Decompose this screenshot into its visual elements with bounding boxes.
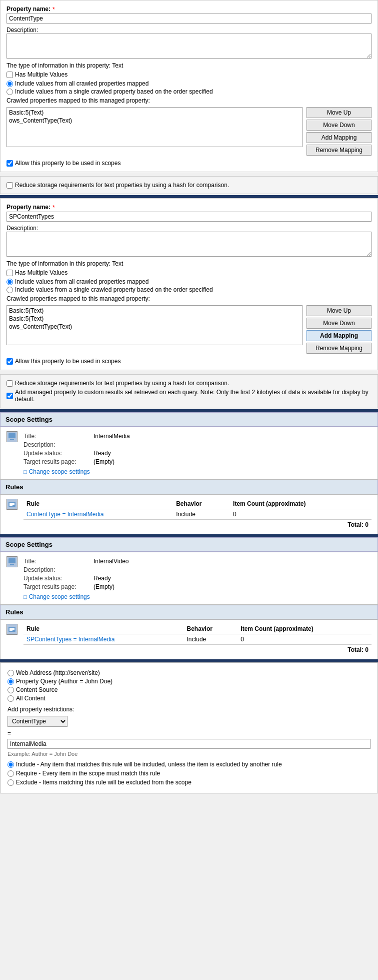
example-text: Example: Author = John Doe	[8, 751, 370, 757]
scope-settings-title-2: Scope Settings	[6, 541, 52, 548]
svg-rect-1	[10, 439, 14, 440]
scope-target-row-2: Target results page: (Empty)	[24, 583, 372, 590]
radio-web[interactable]	[8, 670, 14, 676]
behavior-2: Include	[184, 634, 238, 645]
total-row-2: Total: 0	[24, 644, 372, 655]
value-input[interactable]	[8, 739, 370, 749]
has-multiple-values-label-2: Has Multiple Values	[15, 269, 68, 276]
scope-icon-1	[6, 431, 18, 442]
reduce-storage-row-1: Reduce storage requirements for text pro…	[6, 182, 372, 189]
radio-single-crawled-2[interactable]	[6, 287, 13, 293]
list-item-basic5-2b[interactable]: Basic:5(Text)	[8, 315, 301, 323]
radio-content[interactable]	[8, 687, 14, 693]
radio-all-crawled-2[interactable]	[6, 279, 13, 285]
table-row: ContentType = InternalMedia Include 0	[24, 509, 372, 520]
col-behavior-2: Behavior	[184, 624, 238, 634]
add-managed-prop-label: Add managed property to custom results s…	[15, 389, 372, 403]
scope-target-value-1: (Empty)	[94, 458, 372, 465]
radio-all-crawled-label-1: Include values from all crawled properti…	[15, 80, 148, 87]
crawled-listbox-1[interactable]: Basic:5(Text) ows_ContentType(Text)	[6, 107, 302, 147]
crawled-listbox-2[interactable]: Basic:5(Text) Basic:5(Text) ows_ContentT…	[6, 305, 302, 345]
scope-desc-row-1: Description:	[24, 441, 372, 448]
add-managed-prop-checkbox[interactable]	[6, 393, 13, 399]
expand-icon-2: □	[24, 594, 27, 600]
property-name-input-2[interactable]	[6, 212, 372, 222]
scope-desc-label-2: Description:	[24, 566, 94, 573]
radio-property-row: Property Query (Author = John Doe)	[8, 678, 370, 685]
scope-status-row-1: Update status: Ready	[24, 450, 372, 457]
allow-scope-checkbox-1[interactable]	[6, 160, 13, 167]
description-label-2: Description:	[6, 225, 38, 232]
has-multiple-values-checkbox-1[interactable]	[6, 72, 13, 78]
change-scope-link-1[interactable]: Change scope settings	[29, 468, 90, 475]
scope-title-label-2: Title:	[24, 558, 94, 565]
rule-link-1[interactable]: ContentType = InternalMedia	[26, 511, 104, 518]
list-item-basic5-1[interactable]: Basic:5(Text)	[8, 109, 301, 117]
radio-all-crawled-label-2: Include values from all crawled properti…	[15, 278, 148, 285]
svg-rect-10	[10, 629, 14, 630]
add-rule-section: Web Address (http://server/site) Propert…	[0, 662, 378, 793]
description-label-1: Description:	[6, 27, 38, 34]
radio-all[interactable]	[8, 695, 14, 702]
col-item-count-1: Item Count (approximate)	[230, 499, 372, 509]
scope-target-value-2: (Empty)	[94, 583, 372, 590]
radio-property-label: Property Query (Author = John Doe)	[16, 678, 112, 685]
col-rule-1: Rule	[24, 499, 173, 509]
remove-mapping-button-2[interactable]: Remove Mapping	[306, 343, 372, 354]
crawled-section-1: Basic:5(Text) ows_ContentType(Text) Move…	[6, 107, 372, 156]
add-managed-prop-row: Add managed property to custom results s…	[6, 389, 372, 403]
description-textarea-1[interactable]	[6, 34, 372, 59]
move-up-button-2[interactable]: Move Up	[306, 305, 372, 316]
crawled-section-2: Basic:5(Text) Basic:5(Text) ows_ContentT…	[6, 305, 372, 354]
scope-status-label-1: Update status:	[24, 450, 94, 457]
scope-title-value-2: InternalVideo	[94, 558, 372, 565]
change-scope-link-2[interactable]: Change scope settings	[29, 593, 90, 600]
scope-settings-block-1: Scope Settings Title: InternalMedia Desc…	[0, 412, 378, 480]
move-down-button-1[interactable]: Move Down	[306, 120, 372, 131]
property-section-1: Property name: * Description: The type o…	[0, 0, 378, 172]
remove-mapping-button-1[interactable]: Remove Mapping	[306, 145, 372, 156]
radio-content-label: Content Source	[16, 686, 58, 693]
list-item-ows-1[interactable]: ows_ContentType(Text)	[8, 117, 301, 125]
property-name-input-1[interactable]	[6, 14, 372, 24]
radio-single-crawled-1[interactable]	[6, 89, 13, 95]
list-item-basic5-2a[interactable]: Basic:5(Text)	[8, 307, 301, 315]
radio-include[interactable]	[8, 761, 14, 768]
list-item-ows-2[interactable]: ows_ContentType(Text)	[8, 323, 301, 331]
rules-header-1: Rules	[0, 480, 378, 494]
equals-sign: =	[8, 730, 11, 737]
item-count-2: 0	[238, 634, 372, 645]
type-info-1: The type of information in this property…	[6, 62, 372, 69]
radio-exclude[interactable]	[8, 779, 14, 786]
add-mapping-button-1[interactable]: Add Mapping	[306, 132, 372, 143]
move-up-button-1[interactable]: Move Up	[306, 107, 372, 118]
reduce-storage-checkbox-1[interactable]	[6, 182, 13, 189]
radio-content-row: Content Source	[8, 686, 370, 693]
scope-block-2: Title: InternalVideo Description: Update…	[0, 552, 378, 605]
move-down-button-2[interactable]: Move Down	[306, 318, 372, 329]
has-multiple-values-checkbox-2[interactable]	[6, 270, 13, 276]
property-name-label-1: Property name:	[6, 6, 50, 13]
radio-all-crawled-1[interactable]	[6, 81, 13, 87]
required-indicator-1: *	[52, 6, 55, 13]
reduce-storage-label-2: Reduce storage requirements for text pro…	[15, 380, 229, 387]
add-mapping-button-2[interactable]: Add Mapping	[306, 330, 372, 341]
scope-title-label-1: Title:	[24, 433, 94, 440]
svg-rect-9	[10, 628, 14, 629]
property-dropdown[interactable]: ContentType	[8, 716, 68, 727]
svg-rect-0	[8, 433, 16, 438]
radio-single-crawled-label-1: Include values from a single crawled pro…	[15, 88, 213, 95]
radio-require[interactable]	[8, 770, 14, 777]
description-textarea-2[interactable]	[6, 232, 372, 257]
scope-target-row-1: Target results page: (Empty)	[24, 458, 372, 465]
radio-include-single-1: Include values from a single crawled pro…	[6, 88, 372, 95]
property-dropdown-row: ContentType	[8, 716, 370, 727]
allow-scope-checkbox-2[interactable]	[6, 358, 13, 365]
reduce-storage-checkbox-2[interactable]	[6, 380, 13, 387]
rules-table-1: Rule Behavior Item Count (approximate) C…	[24, 499, 372, 519]
crawled-list-1: Basic:5(Text) ows_ContentType(Text)	[6, 107, 302, 156]
radio-property[interactable]	[8, 678, 14, 685]
rule-link-2[interactable]: SPContentTypes = InternalMedia	[26, 636, 114, 643]
rules-content-1: Rule Behavior Item Count (approximate) C…	[0, 494, 378, 534]
crawled-buttons-2: Move Up Move Down Add Mapping Remove Map…	[306, 305, 372, 354]
